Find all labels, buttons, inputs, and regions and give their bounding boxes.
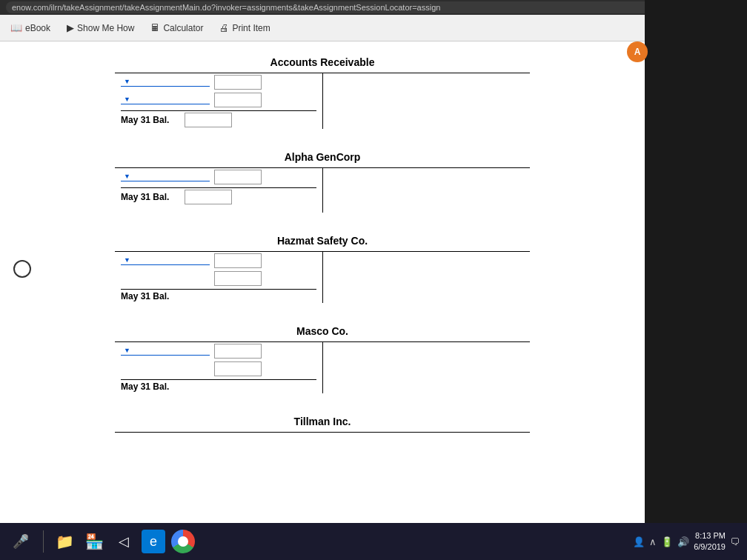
main-content: Accounts Receivable May 31 Bal. xyxy=(0,41,645,560)
dropdown-1[interactable] xyxy=(121,78,210,87)
calculator-button[interactable]: 🖩 Calculator xyxy=(143,19,210,36)
alpha-gencorp-section: Alpha GenCorp May 31 Bal. xyxy=(22,151,622,213)
taccount-right xyxy=(323,342,531,393)
address-bar[interactable]: enow.com/ilrn/takeAssignment/takeAssignm… xyxy=(6,1,666,13)
input-1[interactable] xyxy=(214,253,262,268)
chrome-browser-icon[interactable] xyxy=(171,530,195,553)
avatar[interactable]: A xyxy=(627,41,648,62)
circle-marker xyxy=(13,260,31,278)
input-1[interactable] xyxy=(214,170,262,184)
time-display: 8:13 PM 6/9/2019 xyxy=(694,530,726,553)
balance-row: May 31 Bal. xyxy=(121,113,316,127)
dropdown-1[interactable] xyxy=(121,173,210,181)
hazmat-taccount: May 31 Bal. xyxy=(115,251,530,303)
taccount-body: May 31 Bal. xyxy=(115,73,530,129)
taccount-left: May 31 Bal. xyxy=(115,252,323,303)
taccount-right xyxy=(323,168,531,213)
balance-label: May 31 Bal. xyxy=(121,291,180,301)
balance-label: May 31 Bal. xyxy=(121,192,180,202)
input-2[interactable] xyxy=(214,271,262,286)
taccount-body: May 31 Bal. xyxy=(115,252,530,303)
separator xyxy=(43,530,44,553)
notification-icon[interactable]: 🗨 xyxy=(730,536,740,547)
masco-title: Masco Co. xyxy=(22,325,622,337)
balance-label: May 31 Bal. xyxy=(121,381,180,392)
tillman-section: Tillman Inc. xyxy=(22,416,622,433)
microphone-icon[interactable]: 🎤 xyxy=(7,528,34,555)
input-1[interactable] xyxy=(214,75,262,90)
dropdown-1[interactable] xyxy=(121,347,210,356)
divider xyxy=(121,187,316,188)
dropdown-1[interactable] xyxy=(121,256,210,265)
input-2[interactable] xyxy=(214,361,262,376)
taccount-right xyxy=(323,73,531,129)
hazmat-section: Hazmat Safety Co. May 31 Bal. xyxy=(22,235,622,303)
taccount-left: May 31 Bal. xyxy=(115,342,323,393)
file-explorer-icon[interactable]: 📁 xyxy=(53,530,76,553)
masco-taccount: May 31 Bal. xyxy=(115,341,530,393)
hazmat-title: Hazmat Safety Co. xyxy=(22,235,622,247)
balance-row: May 31 Bal. xyxy=(121,381,316,392)
taccount-body: May 31 Bal. xyxy=(115,342,530,393)
balance-row: May 31 Bal. xyxy=(121,291,316,301)
accounts-receivable-section: Accounts Receivable May 31 Bal. xyxy=(22,56,622,129)
input-1[interactable] xyxy=(214,344,262,359)
accounts-receivable-title: Accounts Receivable xyxy=(22,56,622,68)
dropdown-2[interactable] xyxy=(121,96,210,104)
taccount-body: May 31 Bal. xyxy=(115,168,530,213)
ebook-icon: 📖 xyxy=(10,22,22,33)
person-icon: 👤 xyxy=(633,536,645,547)
ebook-button[interactable]: 📖 eBook xyxy=(3,19,58,36)
taccount-right xyxy=(323,252,531,303)
volume-icon[interactable]: 🔊 xyxy=(677,536,689,547)
toolbar: 📖 eBook ▶ Show Me How 🖩 Calculator 🖨 Pri… xyxy=(0,15,645,41)
back-icon[interactable]: ◁ xyxy=(112,530,136,553)
time: 8:13 PM xyxy=(694,530,726,541)
edge-browser-icon[interactable]: e xyxy=(142,530,165,553)
input-2[interactable] xyxy=(214,93,262,107)
alpha-gencorp-title: Alpha GenCorp xyxy=(22,151,622,163)
accounts-receivable-taccount: May 31 Bal. xyxy=(115,73,530,129)
tillman-title: Tillman Inc. xyxy=(22,416,622,427)
table-row xyxy=(121,75,316,90)
battery-icon: 🔋 xyxy=(661,536,673,547)
balance-input[interactable] xyxy=(185,190,232,204)
top-line xyxy=(115,432,530,433)
table-row xyxy=(121,344,316,359)
balance-row: May 31 Bal. xyxy=(121,190,316,204)
show-me-how-button[interactable]: ▶ Show Me How xyxy=(59,19,142,36)
chevron-up-icon[interactable]: ∧ xyxy=(649,536,657,547)
system-tray: 👤 ∧ 🔋 🔊 8:13 PM 6/9/2019 🗨 xyxy=(633,530,740,553)
divider xyxy=(121,289,316,290)
balance-input[interactable] xyxy=(185,113,232,127)
taskbar: 🎤 📁 🏪 ◁ e 👤 ∧ 🔋 🔊 8:13 PM 6/9/2019 🗨 xyxy=(0,523,747,560)
table-row xyxy=(121,361,316,376)
printer-icon: 🖨 xyxy=(219,22,229,33)
masco-section: Masco Co. May 31 Bal. xyxy=(22,325,622,393)
divider xyxy=(121,379,316,380)
right-panel xyxy=(645,0,747,560)
video-icon: ▶ xyxy=(67,22,74,33)
taccount-left: May 31 Bal. xyxy=(115,73,323,129)
table-row xyxy=(121,170,316,184)
calculator-icon: 🖩 xyxy=(150,22,160,33)
browser-chrome: enow.com/ilrn/takeAssignment/takeAssignm… xyxy=(0,0,747,15)
tillman-taccount xyxy=(115,432,530,433)
print-item-button[interactable]: 🖨 Print Item xyxy=(212,19,277,36)
divider xyxy=(121,110,316,111)
taccount-left: May 31 Bal. xyxy=(115,168,323,213)
alpha-gencorp-taccount: May 31 Bal. xyxy=(115,167,530,213)
table-row xyxy=(121,271,316,286)
balance-label: May 31 Bal. xyxy=(121,115,180,125)
store-icon[interactable]: 🏪 xyxy=(82,530,106,553)
table-row xyxy=(121,93,316,107)
date: 6/9/2019 xyxy=(694,541,726,553)
table-row xyxy=(121,253,316,268)
